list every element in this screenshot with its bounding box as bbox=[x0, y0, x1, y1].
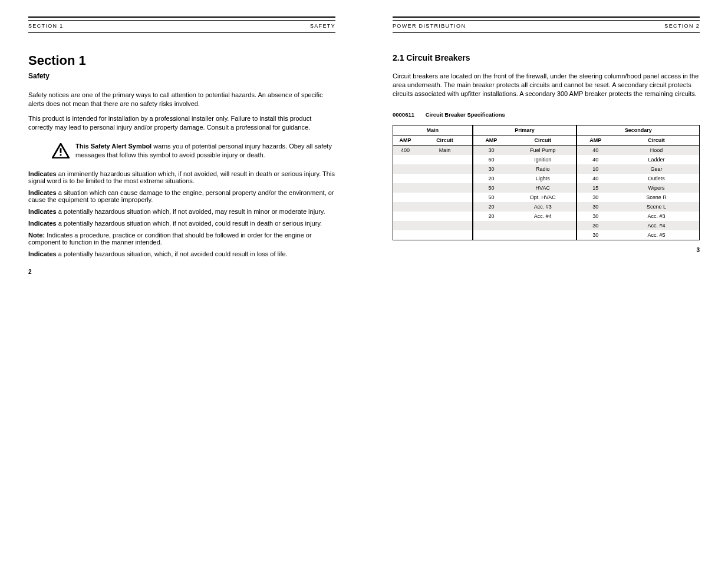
page-number: 2 bbox=[28, 269, 32, 275]
table-row: 20Acc. #430Acc. #3 bbox=[393, 211, 700, 221]
table-caption: 0000611 Circuit Breaker Specifications bbox=[393, 111, 700, 118]
section-subtitle: Safety bbox=[28, 72, 335, 80]
rule-top bbox=[393, 16, 700, 21]
def-term: Indicates bbox=[28, 250, 57, 257]
table-row: 20Lights40Outlets bbox=[393, 174, 700, 183]
table-row: 400Main30Fuel Pump40Hood bbox=[393, 145, 700, 155]
intro-paragraph-2: This product is intended for installatio… bbox=[28, 114, 335, 132]
table-caption-text: Circuit Breaker Specifications bbox=[426, 111, 505, 118]
def-body: a situation which can cause damage to th… bbox=[28, 189, 334, 203]
col-circuit: Circuit bbox=[417, 135, 473, 145]
def-body: an imminently hazardous situation which,… bbox=[28, 170, 335, 184]
table-row: 60Ignition40Ladder bbox=[393, 155, 700, 164]
table-row: 30Radio10Gear bbox=[393, 164, 700, 174]
callout-lead: This Safety Alert Symbol bbox=[75, 143, 151, 150]
def-term: Note: bbox=[28, 232, 47, 239]
table-row: 30Acc. #4 bbox=[393, 221, 700, 230]
rule-top bbox=[28, 16, 335, 21]
chapter-intro: Circuit breakers are located on the fron… bbox=[393, 72, 700, 98]
def-term: Indicates bbox=[28, 208, 57, 215]
running-head: POWER DISTRIBUTION SECTION 2 bbox=[393, 22, 700, 31]
page-number: 3 bbox=[696, 247, 700, 253]
safety-alert-icon bbox=[52, 142, 70, 160]
page-right: POWER DISTRIBUTION SECTION 2 2.1 Circuit… bbox=[364, 0, 728, 264]
def-body: a potentially hazardous situation, which… bbox=[57, 250, 288, 257]
svg-rect-2 bbox=[60, 154, 62, 156]
running-head-right: SAFETY bbox=[310, 23, 335, 29]
col-circuit: Circuit bbox=[509, 135, 577, 145]
def-term: Indicates bbox=[28, 170, 57, 177]
table-row: 30Acc. #5 bbox=[393, 230, 700, 240]
table-row: 50Opt. HVAC30Scene R bbox=[393, 193, 700, 202]
intro-paragraph-1: Safety notices are one of the primary wa… bbox=[28, 91, 335, 108]
definitions-list: Indicates an imminently hazardous situat… bbox=[28, 170, 335, 257]
col-amp: AMP bbox=[473, 135, 509, 145]
col-group-main: Main bbox=[393, 125, 473, 135]
def-body: a potentially hazardous situation which,… bbox=[57, 220, 322, 227]
col-amp: AMP bbox=[577, 135, 613, 145]
col-amp: AMP bbox=[393, 135, 418, 145]
section-title: Section 1 bbox=[28, 53, 335, 68]
page-left: SECTION 1 SAFETY Section 1 Safety Safety… bbox=[0, 0, 364, 286]
col-circuit: Circuit bbox=[614, 135, 700, 145]
def-term: Indicates bbox=[28, 189, 57, 196]
running-head-left: POWER DISTRIBUTION bbox=[393, 23, 466, 29]
safety-callout: This Safety Alert Symbol warns you of po… bbox=[52, 142, 335, 160]
col-group-primary: Primary bbox=[473, 125, 577, 135]
running-head-right: SECTION 2 bbox=[664, 23, 700, 29]
breaker-table: Main Primary Secondary AMP Circuit AMP C… bbox=[393, 125, 700, 240]
safety-callout-text: This Safety Alert Symbol warns you of po… bbox=[75, 142, 335, 160]
chapter-title: 2.1 Circuit Breakers bbox=[393, 53, 700, 62]
table-row: 50HVAC15Wipers bbox=[393, 183, 700, 193]
table-row: 20Acc. #330Scene L bbox=[393, 202, 700, 211]
def-body: a potentially hazardous situation which,… bbox=[57, 208, 325, 215]
svg-rect-1 bbox=[60, 148, 62, 153]
rule-bottom bbox=[28, 32, 335, 33]
table-caption-number: 0000611 bbox=[393, 111, 414, 118]
breaker-table-body: 400Main30Fuel Pump40Hood 60Ignition40Lad… bbox=[393, 145, 700, 240]
def-term: Indicates bbox=[28, 220, 57, 227]
rule-bottom bbox=[393, 32, 700, 33]
running-head-left: SECTION 1 bbox=[28, 23, 64, 29]
def-body: Indicates a procedure, practice or condi… bbox=[28, 232, 312, 246]
col-group-secondary: Secondary bbox=[577, 125, 699, 135]
running-head: SECTION 1 SAFETY bbox=[28, 22, 335, 31]
